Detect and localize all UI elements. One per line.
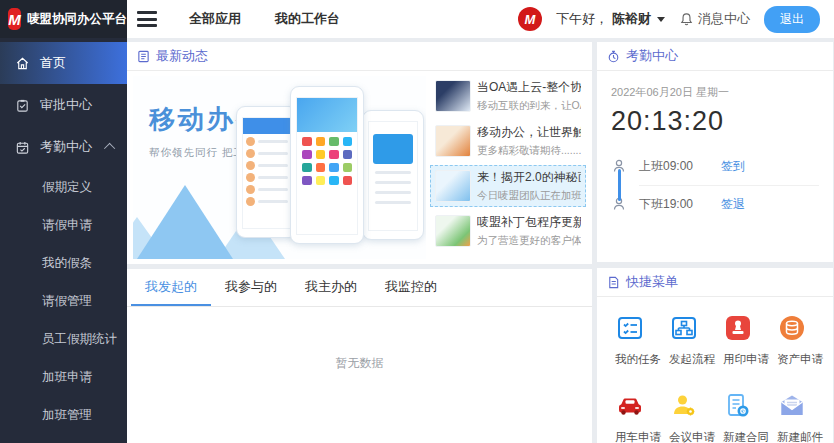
news-subtitle: 为了营造更好的客户体验，唛 <box>477 234 581 248</box>
brand[interactable]: M 唛盟协同办公平台 <box>0 0 127 38</box>
mail-icon <box>777 391 807 421</box>
quick-item-label: 用车申请 <box>615 430 661 443</box>
greeting-text: 下午好， <box>556 10 608 28</box>
quick-item-start-flow[interactable]: 发起流程 <box>661 313 715 367</box>
quick-item-my-tasks[interactable]: 我的任务 <box>607 313 661 367</box>
news-thumbnail <box>435 170 471 202</box>
sidebar-item-approval-center[interactable]: 审批中心 <box>0 84 127 126</box>
news-title: 移动办公，让世界触手可 <box>477 124 581 141</box>
quick-item-new-mail[interactable]: 新建邮件 <box>769 391 823 443</box>
quick-item-label: 会议申请 <box>669 430 715 443</box>
quick-item-new-contract[interactable]: 新建合同 <box>715 391 769 443</box>
stopwatch-icon <box>607 50 620 63</box>
banner-phone <box>236 106 298 238</box>
banner-phone <box>362 110 424 240</box>
bell-icon <box>679 12 694 27</box>
news-subtitle: 移动互联的到来，让OA与云 <box>477 99 581 113</box>
sidebar-subitem-employee-holiday-stats[interactable]: 员工假期统计 <box>0 320 127 358</box>
timeline-connector <box>618 169 621 201</box>
sidebar-subitem-my-leave-notes[interactable]: 我的假条 <box>0 244 127 282</box>
attendance-panel-title: 考勤中心 <box>626 47 678 65</box>
app-title: 唛盟协同办公平台 <box>27 11 127 28</box>
username: 陈裕财 <box>612 10 651 28</box>
quick-item-label: 资产申请 <box>777 352 823 367</box>
sidebar-subitem-leave-management[interactable]: 请假管理 <box>0 282 127 320</box>
attendance-panel-header: 考勤中心 <box>597 42 833 71</box>
nav-all-apps[interactable]: 全部应用 <box>189 10 241 28</box>
empty-state-text: 暂无数据 <box>127 307 592 372</box>
quick-item-seal-request[interactable]: 用印申请 <box>715 313 769 367</box>
quick-item-label: 发起流程 <box>669 352 715 367</box>
message-center[interactable]: 消息中心 <box>679 10 750 28</box>
document-icon <box>137 50 150 63</box>
banner-mountain <box>137 185 233 259</box>
tab-participated-by-me[interactable]: 我参与的 <box>211 269 291 306</box>
attendance-submenu: 假期定义 请假申请 我的假条 请假管理 员工假期统计 加班申请 加班管理 <box>0 168 127 434</box>
home-icon <box>14 55 30 71</box>
calendar-icon <box>14 139 30 155</box>
banner-image: 移动办公 帮你领先同行 把工作带出办公室 <box>133 76 426 259</box>
attendance-panel: 考勤中心 2022年06月20日 星期一 20:13:20 上班09:00 签到 <box>597 42 833 262</box>
quick-menu-grid: 我的任务 发起流程 用印申请 资产申请 用车申请 <box>597 297 833 443</box>
tab-initiated-by-me[interactable]: 我发起的 <box>131 269 211 306</box>
check-in-row: 上班09:00 签到 <box>611 147 819 185</box>
car-icon <box>615 391 645 421</box>
sidebar-subitem-leave-request[interactable]: 请假申请 <box>0 206 127 244</box>
tasks-tab-bar: 我发起的 我参与的 我主办的 我监控的 <box>127 269 592 307</box>
check-out-label: 下班19:00 <box>639 196 721 213</box>
sidebar-subitem-overtime-management[interactable]: 加班管理 <box>0 396 127 434</box>
news-thumbnail <box>435 215 471 247</box>
quick-item-asset-request[interactable]: 资产申请 <box>769 313 823 367</box>
hamburger-menu-icon[interactable] <box>137 11 157 27</box>
sidebar-item-label: 审批中心 <box>40 96 92 114</box>
quick-item-label: 新建合同 <box>723 430 769 443</box>
person-icon <box>611 158 639 174</box>
quick-item-vehicle-request[interactable]: 用车申请 <box>607 391 661 443</box>
person-icon <box>611 196 639 212</box>
news-title: 来！揭开2.0的神秘面纱~ <box>477 169 581 186</box>
check-in-label: 上班09:00 <box>639 158 721 175</box>
quick-menu-header: 快捷菜单 <box>597 268 833 297</box>
sidebar-item-attendance-center[interactable]: 考勤中心 <box>0 126 127 168</box>
news-item[interactable]: 当OA遇上云-整个协同OA 移动互联的到来，让OA与云 <box>430 75 586 117</box>
tasks-icon <box>615 313 645 343</box>
sidebar-subitem-holiday-definition[interactable]: 假期定义 <box>0 168 127 206</box>
topbar: M 唛盟协同办公平台 全部应用 我的工作台 M 下午好，陈裕财 消息中心 退出 <box>0 0 834 38</box>
clipboard-icon <box>14 97 30 113</box>
check-in-link[interactable]: 签到 <box>721 158 745 175</box>
quick-item-meeting-request[interactable]: 会议申请 <box>661 391 715 443</box>
tab-monitored-by-me[interactable]: 我监控的 <box>371 269 451 306</box>
news-subtitle: 更多精彩敬请期待....... <box>477 144 581 158</box>
news-panel-title: 最新动态 <box>156 47 208 65</box>
sidebar-item-home[interactable]: 首页 <box>0 42 127 84</box>
contract-icon <box>723 391 753 421</box>
banner-phone <box>290 86 364 244</box>
quick-item-label: 新建邮件 <box>777 430 823 443</box>
user-avatar[interactable]: M <box>518 7 542 31</box>
nav-my-workbench[interactable]: 我的工作台 <box>275 10 340 28</box>
tasks-panel: 我发起的 我参与的 我主办的 我监控的 暂无数据 <box>127 269 592 443</box>
chevron-down-icon <box>657 17 665 22</box>
quick-item-label: 用印申请 <box>723 352 769 367</box>
sidebar: 首页 审批中心 考勤中心 假期定义 请假申请 我的假条 请假管理 员工假期统计 … <box>0 38 127 443</box>
latest-news-panel: 最新动态 移动办公 帮你领先同行 把工作带出办公室 <box>127 42 592 264</box>
news-title: 唛盟补丁包程序更新 <box>477 214 581 231</box>
message-center-label: 消息中心 <box>698 10 750 28</box>
news-item[interactable]: 移动办公，让世界触手可 更多精彩敬请期待....... <box>430 120 586 162</box>
sidebar-item-label: 首页 <box>40 54 66 72</box>
news-thumbnail <box>435 125 471 157</box>
news-subtitle: 今日唛盟团队正在加班加点, <box>477 189 581 203</box>
sidebar-subitem-overtime-request[interactable]: 加班申请 <box>0 358 127 396</box>
tab-hosted-by-me[interactable]: 我主办的 <box>291 269 371 306</box>
quick-menu-panel: 快捷菜单 我的任务 发起流程 用印申请 资产申请 <box>597 268 833 443</box>
attendance-clock: 20:13:20 <box>611 106 819 137</box>
user-menu[interactable]: 下午好，陈裕财 <box>556 10 665 28</box>
news-item[interactable]: 唛盟补丁包程序更新 为了营造更好的客户体验，唛 <box>430 210 586 252</box>
news-item-highlighted[interactable]: 来！揭开2.0的神秘面纱~ 今日唛盟团队正在加班加点, <box>430 165 586 207</box>
top-nav: 全部应用 我的工作台 <box>189 10 340 28</box>
app-logo-icon: M <box>8 8 21 30</box>
logout-button[interactable]: 退出 <box>764 6 820 33</box>
attendance-rows: 上班09:00 签到 下班19:00 签退 <box>611 147 819 223</box>
seal-icon <box>723 313 753 343</box>
check-out-link[interactable]: 签退 <box>721 196 745 213</box>
